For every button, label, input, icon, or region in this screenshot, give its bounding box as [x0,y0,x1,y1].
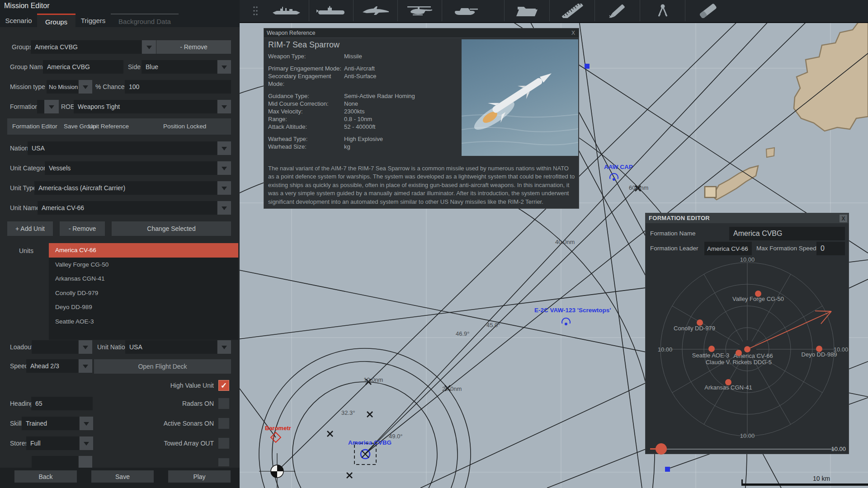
unit-list-item[interactable]: Arkansas CGN-41 [49,272,238,286]
skill-dropdown-button[interactable] [80,417,93,430]
map-label: E-2C VAW-123 'Screwtops' [534,307,611,314]
unit-list-item[interactable]: Seattle AOE-3 [49,314,238,329]
remove-unit-button[interactable]: - Remove [60,221,105,236]
svg-text:10.00: 10.00 [740,432,755,439]
unit-list-item[interactable]: Valley Forge CG-50 [49,258,238,272]
high-value-unit-label: High Value Unit [170,379,214,392]
position-locked-toggle[interactable]: Position Locked [163,118,206,135]
map-structure-icon [705,187,716,197]
toolbar-aircraft-button[interactable] [353,0,398,21]
clipped-dropdown-button[interactable] [79,456,92,468]
tab-groups[interactable]: Groups [37,14,75,28]
spec-row: Warhead Size:kg [268,143,458,150]
back-button[interactable]: Back [14,470,77,483]
play-button[interactable]: Play [168,470,231,483]
tab-background-data[interactable]: Background Data [111,14,179,28]
toolbar-tank-button[interactable] [442,0,486,21]
close-icon[interactable]: X [571,30,575,36]
remove-group-button[interactable]: - Remove [156,40,231,54]
max-formation-speed-input[interactable]: 0 [816,242,845,255]
toolbar-ruler-button[interactable] [549,0,595,21]
mission-type-select[interactable]: No Mission [47,80,78,94]
group-name-label: Group Name [10,60,46,74]
formation-dropdown-button[interactable] [44,100,59,113]
slider-knob[interactable] [656,443,667,455]
toolbar-helicopter-button[interactable] [397,0,442,21]
toolbar-folder-button[interactable] [504,0,550,21]
groups-dropdown-button[interactable] [142,40,156,54]
toolbar-pencil-button[interactable] [594,0,640,21]
loadouts-select[interactable] [32,340,78,354]
skill-select[interactable]: Trained [22,417,79,430]
stores-dropdown-button[interactable] [80,436,93,450]
unit-nation-dropdown-button[interactable] [217,340,231,354]
unit-list-item[interactable]: Conolly DD-979 [49,286,238,300]
drag-handle-icon[interactable] [252,5,259,16]
unit-category-select[interactable]: Vessels [45,161,217,175]
heading-label: Heading [10,397,33,410]
max-formation-speed-label: Max Formation Speed [756,242,816,255]
spec-row: Mid Course Correction:None [268,100,458,108]
side-select[interactable]: Blue [142,60,217,74]
close-icon[interactable]: X [840,215,847,222]
spec-row: Attack Altitude:52 - 40000ft [268,123,458,131]
speed-select[interactable]: Ahead 2/3 [26,359,78,373]
formation-range-slider[interactable] [650,449,835,450]
unit-reference-button[interactable]: Unit Reference [88,118,129,135]
change-selected-button[interactable]: Change Selected [112,221,231,236]
toolbar-eraser-button[interactable] [685,0,731,21]
unit-name-dropdown-button[interactable] [217,201,231,215]
unit-type-dropdown-button[interactable] [217,181,231,195]
add-unit-button[interactable]: + Add Unit [7,221,53,236]
roe-select[interactable]: Weapons Tight [74,100,217,113]
save-button[interactable]: Save [91,470,154,483]
formation-leader-select[interactable]: America CV-66 [704,242,752,255]
formation-editor-button[interactable]: Formation Editor [12,118,57,135]
heading-input[interactable]: 65 [31,397,93,410]
unit-marker-square[interactable] [585,64,590,69]
toolbar-compass-button[interactable] [640,0,685,21]
speed-dropdown-button[interactable] [79,359,92,373]
radars-on-checkbox[interactable] [218,398,229,409]
toolbar-warship-button[interactable] [264,0,309,21]
groups-select[interactable]: America CVBG [31,40,142,54]
tab-triggers[interactable]: Triggers [75,14,111,27]
chevron-down-icon [146,46,152,52]
unit-category-dropdown-button[interactable] [217,161,231,175]
group-name-input[interactable]: America CVBG [43,60,123,74]
tab-scenario[interactable]: Scenario [0,14,37,27]
unit-name-select[interactable]: America CV-66 [38,201,217,215]
stores-select[interactable]: Full [26,436,79,450]
chevron-down-icon [84,422,89,428]
toolbar-submarine-button[interactable] [309,0,354,21]
loadouts-dropdown-button[interactable] [79,340,92,354]
roe-dropdown-button[interactable] [217,100,231,113]
unit-type-select[interactable]: America-class (Aircraft Carrier) [34,181,217,195]
map-label: America CVBG [348,439,392,446]
nation-select[interactable]: USA [28,141,217,155]
nation-dropdown-button[interactable] [217,141,231,155]
unit-category-label: Unit Category [10,161,49,175]
clipped-field[interactable] [32,456,78,468]
helicopter-icon [405,5,435,17]
unit-list-item[interactable]: Deyo DD-989 [49,300,238,314]
units-list[interactable]: America CV-66Valley Forge CG-50Arkansas … [49,243,238,340]
clipped-checkbox[interactable] [218,458,229,466]
high-value-unit-checkbox[interactable] [218,380,229,391]
active-sonars-checkbox[interactable] [218,418,229,429]
mission-type-dropdown-button[interactable] [79,80,92,94]
towed-array-checkbox[interactable] [218,438,229,449]
map-label: 46.9° [456,330,470,337]
side-dropdown-button[interactable] [217,60,231,74]
formation-select[interactable] [37,100,44,113]
chevron-down-icon [83,365,88,371]
chance-input[interactable]: 100 [125,80,231,94]
unit-nation-select[interactable]: USA [125,340,217,354]
unit-list-item[interactable]: America CV-66 [49,243,238,258]
open-flight-deck-button[interactable]: Open Flight Deck [94,359,231,374]
tank-icon [449,5,480,17]
formation-name-input[interactable]: America CVBG [729,227,845,240]
spec-row: Guidance Type:Semi-Active Radar Homing [268,92,458,100]
unit-marker-square[interactable] [665,467,670,472]
roe-label: ROE [61,100,75,113]
